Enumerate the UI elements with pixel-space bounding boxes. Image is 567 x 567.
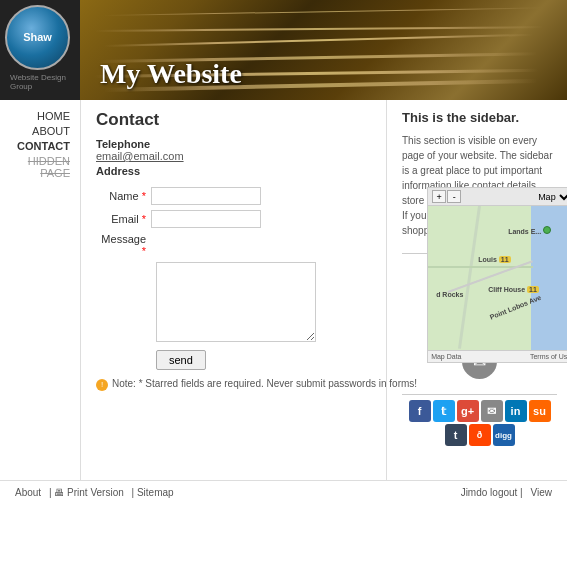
message-textarea[interactable] xyxy=(156,262,316,342)
nav-hidden-page[interactable]: HIDDEN PAGE xyxy=(0,155,70,179)
contact-title: Contact xyxy=(96,110,371,130)
map-zoom-out[interactable]: - xyxy=(447,190,461,203)
contact-body: Name * Email * Message * xyxy=(96,187,371,391)
logo-subtitle: Website Design Group xyxy=(10,73,80,91)
footer: About | 🖶 Print Version | Sitemap Jimdo … xyxy=(0,480,567,504)
map-footer-right: Terms of Use. xyxy=(530,353,567,360)
sidebar-title: This is the sidebar. xyxy=(402,110,557,125)
name-label: Name * xyxy=(96,190,151,202)
banner: My Website xyxy=(80,0,567,100)
email-input[interactable] xyxy=(151,210,261,228)
note-icon: ! xyxy=(96,379,108,391)
social-digg[interactable]: digg xyxy=(493,424,515,446)
footer-about[interactable]: About xyxy=(15,487,41,498)
map-label-louis: Louis 11 xyxy=(478,256,510,263)
email-required: * xyxy=(142,213,146,225)
footer-sitemap[interactable]: Sitemap xyxy=(137,487,174,498)
message-row: Message * xyxy=(96,233,417,257)
logo-text: Shaw xyxy=(23,31,52,43)
message-label: Message * xyxy=(96,233,151,257)
footer-right: Jimdo logout | View xyxy=(456,487,552,498)
note-row: ! Note: * Starred fields are required. N… xyxy=(96,378,417,391)
contact-form: Name * Email * Message * xyxy=(96,187,417,391)
contact-info: Telephone email@email.com Address xyxy=(96,138,371,177)
map-zoom-controls: + - xyxy=(432,190,461,203)
map-footer: Map Data Terms of Use. xyxy=(427,351,567,363)
email-value: email@email.com xyxy=(96,150,371,162)
nav-home[interactable]: HOME xyxy=(0,110,70,122)
telephone-label: Telephone xyxy=(96,138,371,150)
map-col: + - Map xyxy=(427,187,567,391)
map-label-lands: Lands E... xyxy=(508,228,541,235)
social-tumblr[interactable]: t xyxy=(445,424,467,446)
banner-title: My Website xyxy=(100,58,242,90)
map-type-select[interactable]: Map xyxy=(534,191,567,203)
email-row: Email * xyxy=(96,210,417,228)
social-facebook[interactable]: f xyxy=(409,400,431,422)
nav-contact[interactable]: CONTACT xyxy=(0,140,70,152)
social-reddit[interactable]: ð xyxy=(469,424,491,446)
sidebar-divider-2 xyxy=(402,394,557,395)
email-link[interactable]: email@email.com xyxy=(96,150,184,162)
map-label-rocks: d Rocks xyxy=(436,291,463,298)
map-container: + - Map xyxy=(427,187,567,363)
content-area: Contact Telephone email@email.com Addres… xyxy=(80,100,387,480)
map-zoom-in[interactable]: + xyxy=(432,190,446,203)
map-label-cliff: Cliff House 11 xyxy=(488,286,539,293)
message-required: * xyxy=(142,245,146,257)
social-email[interactable]: ✉ xyxy=(481,400,503,422)
name-input[interactable] xyxy=(151,187,261,205)
social-linkedin[interactable]: in xyxy=(505,400,527,422)
social-googleplus[interactable]: g+ xyxy=(457,400,479,422)
navigation: HOME ABOUT CONTACT HIDDEN PAGE xyxy=(0,100,80,182)
send-button[interactable]: send xyxy=(156,350,206,370)
note-text: Note: * Starred fields are required. Nev… xyxy=(112,378,417,389)
email-field-label: Email * xyxy=(96,213,151,225)
nav-about[interactable]: ABOUT xyxy=(0,125,70,137)
logo-circle: Shaw xyxy=(5,5,70,70)
social-stumbleupon[interactable]: su xyxy=(529,400,551,422)
address-label: Address xyxy=(96,165,371,177)
name-row: Name * xyxy=(96,187,417,205)
footer-print[interactable]: 🖶 Print Version xyxy=(54,487,123,498)
social-twitter[interactable]: 𝕥 xyxy=(433,400,455,422)
map-header: + - Map xyxy=(427,187,567,206)
map-body[interactable]: Lands E... Louis 11 Cliff House 11 d Roc… xyxy=(427,206,567,351)
logo[interactable]: Shaw Website Design Group xyxy=(5,5,80,80)
footer-jimdo-logout[interactable]: Jimdo logout xyxy=(461,487,518,498)
footer-left: About | 🖶 Print Version | Sitemap xyxy=(15,487,179,498)
footer-view[interactable]: View xyxy=(531,487,553,498)
map-footer-left: Map Data xyxy=(431,353,461,360)
social-icons: f 𝕥 g+ ✉ in su t ð digg xyxy=(402,400,557,446)
map-road-1 xyxy=(458,206,481,349)
header: Shaw Website Design Group My Website xyxy=(0,0,567,100)
name-required: * xyxy=(142,190,146,202)
